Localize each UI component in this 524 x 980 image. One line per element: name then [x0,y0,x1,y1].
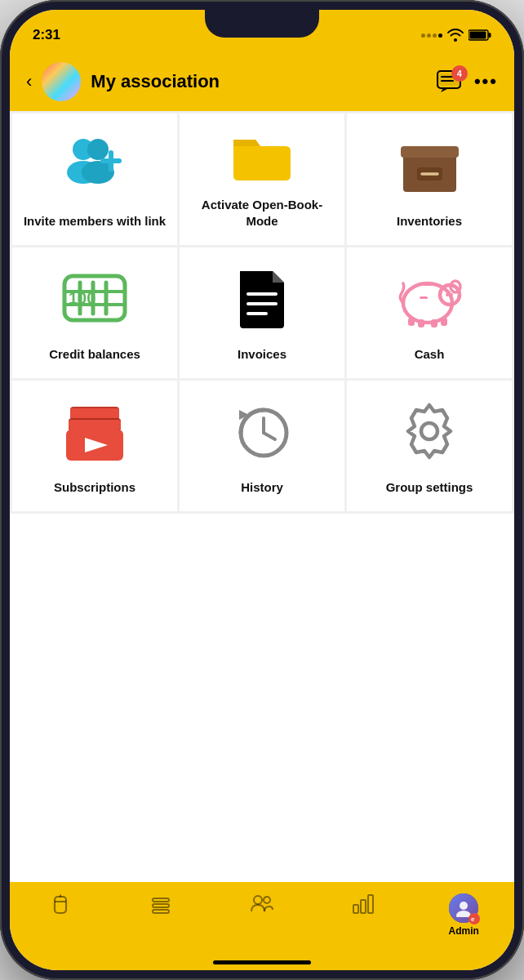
credit-icon: 100 [62,270,127,327]
home-indicator [10,954,514,970]
svg-point-32 [451,290,454,292]
food-nav-icon [149,893,172,916]
subscriptions-label: Subscriptions [54,479,135,496]
subscriptions-icon-area [62,395,127,468]
members-nav-icon [250,893,274,913]
svg-point-56 [254,896,262,904]
svg-rect-40 [70,408,119,418]
notification-button[interactable]: 4 [437,70,461,93]
grid-item-history[interactable]: History [180,381,344,511]
svg-rect-2 [470,32,486,39]
notification-badge: 4 [451,65,468,82]
invite-members-icon-area [62,128,127,202]
svg-point-9 [87,139,109,160]
svg-rect-59 [361,900,366,913]
history-icon-area [233,395,291,468]
svg-point-57 [264,897,270,903]
invoices-label: Invoices [238,346,286,363]
page-title: My association [91,71,427,92]
phone-screen: 2:31 [10,10,514,970]
svg-rect-34 [408,318,415,326]
open-book-icon-area [229,128,295,185]
status-icons [421,29,491,42]
nav-item-members[interactable] [211,890,313,916]
grid-item-inventories[interactable]: Inventories [347,114,512,245]
svg-text:100: 100 [69,289,95,307]
subscriptions-icon [62,402,127,461]
svg-point-31 [446,293,449,296]
svg-point-30 [450,293,453,296]
svg-rect-55 [153,910,169,913]
nav-item-admin[interactable]: e Admin [413,890,514,940]
svg-rect-50 [55,897,66,913]
stats-nav-icon [352,893,375,915]
history-label: History [241,479,283,496]
inventories-label: Inventories [397,213,462,229]
archive-icon [399,136,460,194]
admin-badge: e [468,913,480,924]
grid-item-credit-balances[interactable]: 100 Credit balances [12,247,177,378]
back-button[interactable]: ‹ [26,71,32,92]
svg-rect-60 [368,895,373,913]
group-settings-label: Group settings [386,479,473,496]
svg-rect-38 [420,296,428,299]
invoices-icon-area [233,262,291,335]
svg-line-48 [264,433,275,439]
nav-item-stats[interactable] [313,890,414,918]
nav-item-food[interactable] [111,890,212,920]
svg-rect-37 [441,318,447,326]
grid-item-cash[interactable]: Cash [347,247,512,378]
grid-item-invoices[interactable]: Invoices [180,247,344,378]
avatar[interactable] [42,62,81,101]
signal-icon [421,33,442,38]
svg-rect-1 [489,33,491,38]
invite-members-label: Invite members with link [24,213,166,229]
battery-icon [468,29,491,41]
piggy-icon [397,269,462,327]
main-content: Invite members with link Activate Open-B… [10,111,514,882]
wifi-icon [447,29,464,42]
bottom-nav: e Admin [10,882,514,954]
more-button[interactable]: ••• [474,71,498,92]
invite-icon [62,136,127,194]
history-icon [233,402,291,461]
settings-icon [400,402,459,461]
credit-balances-label: Credit balances [49,346,140,363]
menu-grid: Invite members with link Activate Open-B… [10,111,514,514]
svg-rect-36 [431,319,437,327]
grid-item-group-settings[interactable]: Group settings [347,381,512,511]
svg-rect-58 [353,905,358,913]
inventories-icon-area [399,128,460,202]
svg-rect-35 [418,319,424,327]
home-bar [213,960,311,964]
credit-balances-icon-area: 100 [62,262,127,335]
header-actions: 4 ••• [437,70,498,93]
app-content: ‹ My association [10,52,514,970]
open-book-label: Activate Open-Book-Mode [189,197,335,229]
svg-rect-42 [69,420,121,430]
admin-label: Admin [449,925,479,937]
svg-rect-54 [153,904,169,907]
notch [205,10,319,38]
svg-point-49 [421,423,437,439]
group-settings-icon-area [400,395,459,468]
app-header: ‹ My association [10,52,514,111]
nav-item-drinks[interactable] [10,890,111,920]
svg-text:e: e [471,915,475,923]
svg-rect-14 [401,146,459,158]
svg-rect-53 [153,898,169,902]
cash-icon-area [397,262,462,335]
svg-rect-33 [423,283,433,286]
grid-item-invite-members[interactable]: Invite members with link [12,114,177,245]
grid-item-open-book-mode[interactable]: Activate Open-Book-Mode [180,114,344,245]
admin-avatar: e [449,893,478,923]
status-time: 2:31 [33,27,60,43]
folder-icon [229,128,295,185]
phone-frame: 2:31 [0,0,524,980]
cash-label: Cash [415,346,445,363]
drinks-nav-icon [49,893,72,916]
grid-item-subscriptions[interactable]: Subscriptions [12,381,177,511]
invoice-icon [233,268,291,329]
svg-point-61 [460,902,468,910]
